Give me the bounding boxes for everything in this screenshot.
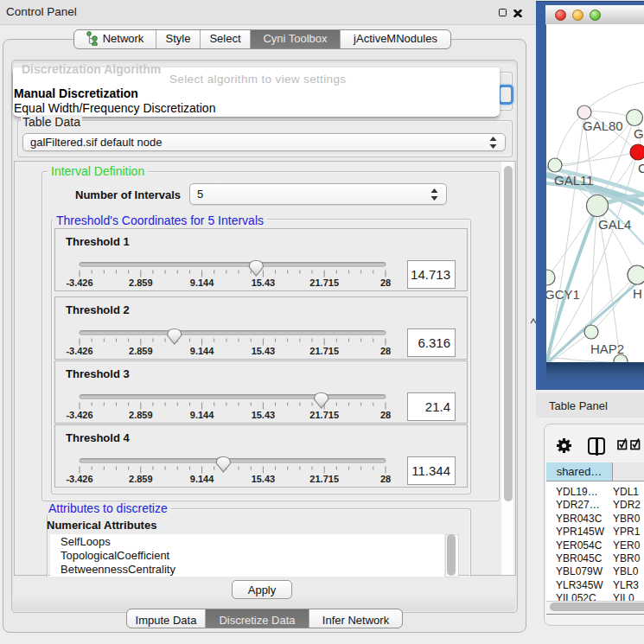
svg-text:GAL80: GAL80 [583,118,623,133]
svg-text:HAP2: HAP2 [590,341,624,356]
svg-text:-3.426: -3.426 [66,277,92,288]
svg-text:C: C [638,161,644,175]
svg-text:21.715: 21.715 [309,474,339,484]
svg-text:21.715: 21.715 [309,346,339,356]
svg-text:H: H [633,286,642,301]
svg-text:9.144: 9.144 [190,277,214,288]
svg-text:GA: GA [634,126,644,141]
svg-text:28: 28 [380,346,391,356]
svg-text:2.859: 2.859 [129,346,153,356]
svg-text:2.859: 2.859 [129,474,153,484]
svg-text:GCY1: GCY1 [546,287,580,302]
svg-text:GAL11: GAL11 [554,173,594,188]
svg-text:2.859: 2.859 [129,277,153,288]
svg-text:15.43: 15.43 [252,474,276,484]
svg-text:-3.426: -3.426 [66,346,92,356]
svg-text:9.144: 9.144 [190,346,214,356]
svg-text:28: 28 [380,410,391,420]
svg-text:28: 28 [380,277,391,288]
svg-text:9.144: 9.144 [190,410,214,420]
svg-text:9.144: 9.144 [190,474,214,484]
svg-text:-3.426: -3.426 [66,410,92,420]
svg-text:GAL4: GAL4 [598,217,631,232]
svg-text:21.715: 21.715 [309,277,339,288]
svg-text:21.715: 21.715 [309,410,339,420]
svg-text:15.43: 15.43 [252,277,276,288]
svg-text:28: 28 [380,474,391,484]
svg-text:2.859: 2.859 [129,410,153,420]
svg-text:-3.426: -3.426 [66,474,92,484]
svg-text:15.43: 15.43 [252,410,276,420]
svg-text:15.43: 15.43 [252,346,276,356]
